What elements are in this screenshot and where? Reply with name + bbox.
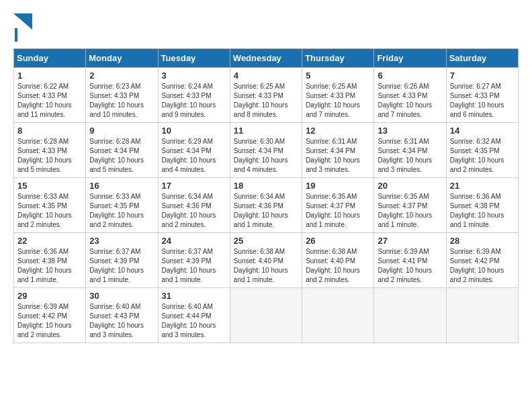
calendar-day-cell: 16Sunrise: 6:33 AM Sunset: 4:35 PM Dayli… xyxy=(86,178,158,233)
day-info: Sunrise: 6:33 AM Sunset: 4:35 PM Dayligh… xyxy=(17,192,82,230)
day-info: Sunrise: 6:39 AM Sunset: 4:41 PM Dayligh… xyxy=(378,247,442,285)
day-number: 18 xyxy=(234,181,298,191)
day-number: 3 xyxy=(162,71,226,81)
day-number: 7 xyxy=(450,71,515,81)
calendar-day-cell xyxy=(374,288,446,343)
header-row: SundayMondayTuesdayWednesdayThursdayFrid… xyxy=(14,49,519,68)
day-info: Sunrise: 6:22 AM Sunset: 4:33 PM Dayligh… xyxy=(17,82,82,120)
logo-arrow-icon xyxy=(13,13,32,30)
day-number: 1 xyxy=(17,71,82,81)
calendar-day-cell: 13Sunrise: 6:31 AM Sunset: 4:34 PM Dayli… xyxy=(374,123,446,178)
day-info: Sunrise: 6:34 AM Sunset: 4:36 PM Dayligh… xyxy=(234,192,298,230)
logo xyxy=(13,13,32,42)
calendar-day-cell: 6Sunrise: 6:26 AM Sunset: 4:33 PM Daylig… xyxy=(374,68,446,123)
calendar-day-cell: 15Sunrise: 6:33 AM Sunset: 4:35 PM Dayli… xyxy=(14,178,86,233)
day-number: 30 xyxy=(89,291,154,301)
calendar-day-cell: 22Sunrise: 6:36 AM Sunset: 4:38 PM Dayli… xyxy=(14,233,86,288)
day-info: Sunrise: 6:40 AM Sunset: 4:44 PM Dayligh… xyxy=(162,302,226,340)
day-of-week-header: Tuesday xyxy=(158,49,230,68)
day-number: 8 xyxy=(17,126,82,136)
day-number: 6 xyxy=(378,71,442,81)
day-of-week-header: Sunday xyxy=(14,49,86,68)
day-info: Sunrise: 6:35 AM Sunset: 4:37 PM Dayligh… xyxy=(378,192,442,230)
day-number: 27 xyxy=(378,236,442,246)
calendar-day-cell: 21Sunrise: 6:36 AM Sunset: 4:38 PM Dayli… xyxy=(446,178,518,233)
day-info: Sunrise: 6:31 AM Sunset: 4:34 PM Dayligh… xyxy=(378,137,442,175)
day-number: 23 xyxy=(89,236,154,246)
day-info: Sunrise: 6:34 AM Sunset: 4:36 PM Dayligh… xyxy=(162,192,226,230)
calendar-day-cell: 2Sunrise: 6:23 AM Sunset: 4:33 PM Daylig… xyxy=(86,68,158,123)
calendar-day-cell: 3Sunrise: 6:24 AM Sunset: 4:33 PM Daylig… xyxy=(158,68,230,123)
day-number: 2 xyxy=(89,71,154,81)
day-number: 14 xyxy=(450,126,515,136)
day-info: Sunrise: 6:32 AM Sunset: 4:35 PM Dayligh… xyxy=(450,137,515,175)
day-of-week-header: Wednesday xyxy=(230,49,302,68)
calendar-day-cell: 24Sunrise: 6:37 AM Sunset: 4:39 PM Dayli… xyxy=(158,233,230,288)
calendar-day-cell: 4Sunrise: 6:25 AM Sunset: 4:33 PM Daylig… xyxy=(230,68,302,123)
day-of-week-header: Friday xyxy=(374,49,446,68)
day-info: Sunrise: 6:26 AM Sunset: 4:33 PM Dayligh… xyxy=(378,82,442,120)
day-info: Sunrise: 6:30 AM Sunset: 4:34 PM Dayligh… xyxy=(234,137,298,175)
day-number: 28 xyxy=(450,236,515,246)
day-info: Sunrise: 6:38 AM Sunset: 4:40 PM Dayligh… xyxy=(234,247,298,285)
calendar-body: 1Sunrise: 6:22 AM Sunset: 4:33 PM Daylig… xyxy=(14,68,519,343)
day-number: 12 xyxy=(306,126,370,136)
day-number: 9 xyxy=(89,126,154,136)
svg-marker-0 xyxy=(13,13,32,30)
day-info: Sunrise: 6:25 AM Sunset: 4:33 PM Dayligh… xyxy=(234,82,298,120)
calendar-day-cell: 23Sunrise: 6:37 AM Sunset: 4:39 PM Dayli… xyxy=(86,233,158,288)
day-number: 20 xyxy=(378,181,442,191)
day-info: Sunrise: 6:28 AM Sunset: 4:33 PM Dayligh… xyxy=(17,137,82,175)
day-info: Sunrise: 6:35 AM Sunset: 4:37 PM Dayligh… xyxy=(306,192,370,230)
calendar-day-cell xyxy=(230,288,302,343)
calendar-week-row: 8Sunrise: 6:28 AM Sunset: 4:33 PM Daylig… xyxy=(14,123,519,178)
calendar-week-row: 15Sunrise: 6:33 AM Sunset: 4:35 PM Dayli… xyxy=(14,178,519,233)
day-number: 22 xyxy=(17,236,82,246)
day-of-week-header: Saturday xyxy=(446,49,518,68)
calendar-week-row: 22Sunrise: 6:36 AM Sunset: 4:38 PM Dayli… xyxy=(14,233,519,288)
calendar-day-cell: 8Sunrise: 6:28 AM Sunset: 4:33 PM Daylig… xyxy=(14,123,86,178)
calendar-day-cell: 29Sunrise: 6:39 AM Sunset: 4:42 PM Dayli… xyxy=(14,288,86,343)
day-number: 24 xyxy=(162,236,226,246)
day-info: Sunrise: 6:29 AM Sunset: 4:34 PM Dayligh… xyxy=(162,137,226,175)
day-number: 10 xyxy=(162,126,226,136)
calendar-day-cell: 31Sunrise: 6:40 AM Sunset: 4:44 PM Dayli… xyxy=(158,288,230,343)
day-info: Sunrise: 6:36 AM Sunset: 4:38 PM Dayligh… xyxy=(450,192,515,230)
day-number: 25 xyxy=(234,236,298,246)
calendar-day-cell: 25Sunrise: 6:38 AM Sunset: 4:40 PM Dayli… xyxy=(230,233,302,288)
day-info: Sunrise: 6:33 AM Sunset: 4:35 PM Dayligh… xyxy=(89,192,154,230)
calendar-day-cell: 5Sunrise: 6:25 AM Sunset: 4:33 PM Daylig… xyxy=(302,68,374,123)
day-number: 19 xyxy=(306,181,370,191)
day-number: 16 xyxy=(89,181,154,191)
day-info: Sunrise: 6:38 AM Sunset: 4:40 PM Dayligh… xyxy=(306,247,370,285)
calendar-header: SundayMondayTuesdayWednesdayThursdayFrid… xyxy=(14,49,519,68)
day-info: Sunrise: 6:39 AM Sunset: 4:42 PM Dayligh… xyxy=(450,247,515,285)
day-info: Sunrise: 6:31 AM Sunset: 4:34 PM Dayligh… xyxy=(306,137,370,175)
day-info: Sunrise: 6:40 AM Sunset: 4:43 PM Dayligh… xyxy=(89,302,154,340)
day-number: 5 xyxy=(306,71,370,81)
day-number: 15 xyxy=(17,181,82,191)
calendar-day-cell: 10Sunrise: 6:29 AM Sunset: 4:34 PM Dayli… xyxy=(158,123,230,178)
day-number: 31 xyxy=(162,291,226,301)
calendar-day-cell: 18Sunrise: 6:34 AM Sunset: 4:36 PM Dayli… xyxy=(230,178,302,233)
page-header xyxy=(13,13,519,42)
day-info: Sunrise: 6:23 AM Sunset: 4:33 PM Dayligh… xyxy=(89,82,154,120)
calendar-day-cell: 28Sunrise: 6:39 AM Sunset: 4:42 PM Dayli… xyxy=(446,233,518,288)
calendar-day-cell: 11Sunrise: 6:30 AM Sunset: 4:34 PM Dayli… xyxy=(230,123,302,178)
day-info: Sunrise: 6:27 AM Sunset: 4:33 PM Dayligh… xyxy=(450,82,515,120)
day-info: Sunrise: 6:36 AM Sunset: 4:38 PM Dayligh… xyxy=(17,247,82,285)
day-of-week-header: Monday xyxy=(86,49,158,68)
calendar-week-row: 1Sunrise: 6:22 AM Sunset: 4:33 PM Daylig… xyxy=(14,68,519,123)
calendar-week-row: 29Sunrise: 6:39 AM Sunset: 4:42 PM Dayli… xyxy=(14,288,519,343)
day-info: Sunrise: 6:37 AM Sunset: 4:39 PM Dayligh… xyxy=(162,247,226,285)
day-number: 17 xyxy=(162,181,226,191)
day-number: 4 xyxy=(234,71,298,81)
calendar-day-cell: 20Sunrise: 6:35 AM Sunset: 4:37 PM Dayli… xyxy=(374,178,446,233)
day-info: Sunrise: 6:24 AM Sunset: 4:33 PM Dayligh… xyxy=(162,82,226,120)
calendar-table: SundayMondayTuesdayWednesdayThursdayFrid… xyxy=(13,48,519,343)
calendar-day-cell xyxy=(302,288,374,343)
day-info: Sunrise: 6:28 AM Sunset: 4:34 PM Dayligh… xyxy=(89,137,154,175)
day-info: Sunrise: 6:25 AM Sunset: 4:33 PM Dayligh… xyxy=(306,82,370,120)
calendar-day-cell: 12Sunrise: 6:31 AM Sunset: 4:34 PM Dayli… xyxy=(302,123,374,178)
calendar-day-cell: 26Sunrise: 6:38 AM Sunset: 4:40 PM Dayli… xyxy=(302,233,374,288)
